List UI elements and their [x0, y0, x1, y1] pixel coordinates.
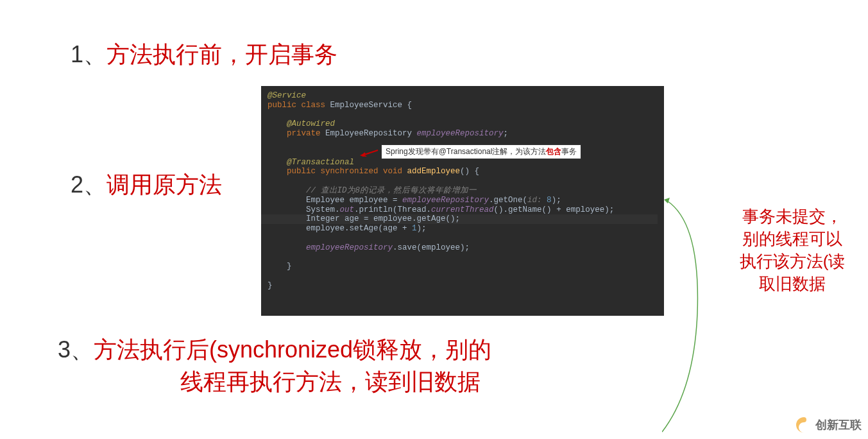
side-annotation: 事务未提交， 别的线程可以 执行该方法(读 取旧数据 — [728, 205, 856, 295]
code-service-annotation: @Service — [268, 91, 306, 100]
watermark-logo-icon — [795, 416, 813, 434]
code-kw: public — [287, 167, 321, 176]
step-1-text: 方法执行前，开启事务 — [106, 41, 337, 67]
code-number: 1 — [412, 224, 417, 233]
code-text — [268, 243, 306, 252]
code-field: employeeRepository — [306, 243, 393, 252]
code-kw: private — [268, 129, 325, 138]
code-punct: ); — [552, 196, 561, 205]
code-text: .println(Thread. — [354, 205, 431, 214]
code-hint: id: — [527, 196, 547, 205]
code-punct: () { — [460, 167, 479, 176]
arrow-red-icon — [360, 149, 379, 157]
curve-arrow-icon — [662, 198, 726, 435]
code-var-decl: Integer age = employee.getAge(); — [268, 214, 460, 223]
code-block: @Service public class EmployeeService { … — [261, 86, 664, 316]
code-transactional: @Transactional — [268, 158, 354, 167]
side-line4: 取旧数据 — [728, 273, 856, 295]
code-punct: ); — [417, 224, 427, 233]
step-1-number: 1、 — [71, 41, 106, 67]
tooltip-annotation: Spring发现带有@Transactional注解，为该方法包含事务 — [381, 144, 581, 159]
code-text: ().getName() + employee); — [494, 205, 615, 214]
step-2-text: 调用原方法 — [106, 171, 222, 198]
step-3-text-line1: 方法执行后(synchronized锁释放，别的 — [94, 336, 491, 363]
side-line1: 事务未提交， — [728, 205, 856, 228]
side-line3: 执行该方法(读 — [728, 250, 856, 273]
code-var: Employee employee = — [268, 196, 402, 205]
step-2: 2、调用原方法 — [71, 169, 222, 201]
step-3-text-line2: 线程再执行方法，读到旧数据 — [58, 366, 603, 398]
code-kw: synchronized — [321, 167, 384, 176]
code-class-name: EmployeeService { — [330, 101, 413, 110]
code-text: employee.setAge(age + — [268, 224, 412, 233]
code-call: .getOne( — [489, 196, 527, 205]
step-3: 3、方法执行后(synchronized锁释放，别的 线程再执行方法，读到旧数据 — [58, 334, 603, 399]
watermark-text: 创新互联 — [815, 417, 862, 433]
code-field: employeeRepository — [402, 196, 489, 205]
code-number: 8 — [547, 196, 552, 205]
step-1: 1、方法执行前，开启事务 — [71, 39, 337, 71]
tooltip-suffix: 事务 — [561, 147, 577, 156]
code-kw: class — [302, 101, 330, 110]
tooltip-red: 包含 — [546, 147, 561, 156]
code-method: addEmployee — [407, 167, 461, 176]
watermark: 创新互联 — [795, 416, 862, 434]
code-type: EmployeeRepository — [325, 129, 417, 138]
code-brace: } — [268, 262, 292, 271]
code-field: employeeRepository — [417, 129, 504, 138]
side-line2: 别的线程可以 — [728, 228, 856, 250]
step-2-number: 2、 — [71, 171, 106, 198]
code-text: System. — [268, 205, 340, 214]
code-kw: public — [268, 101, 302, 110]
step-3-number: 3、 — [58, 336, 94, 363]
code-static: out — [340, 205, 355, 214]
code-punct: ; — [504, 129, 509, 138]
code-autowired: @Autowired — [268, 119, 335, 128]
code-brace: } — [268, 281, 273, 290]
code-kw: void — [383, 167, 407, 176]
code-static: currentThread — [431, 205, 494, 214]
tooltip-prefix: Spring发现带有@Transactional注解，为该方法 — [386, 147, 546, 156]
code-comment: // 查出ID为8的记录，然后每次将年龄增加一 — [268, 186, 477, 195]
code-text: .save(employee); — [393, 243, 470, 252]
